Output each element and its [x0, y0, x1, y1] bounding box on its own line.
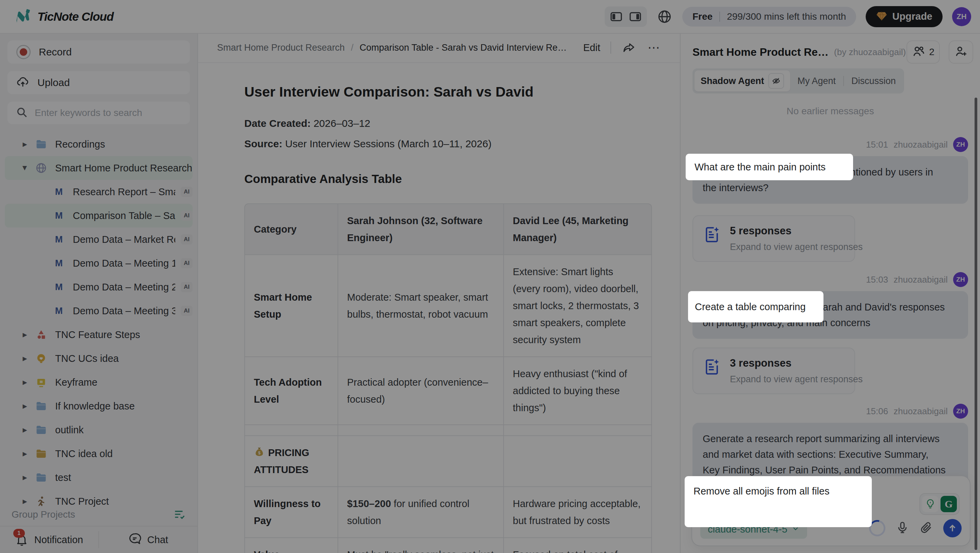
cloud-upload-icon [16, 76, 29, 90]
sidebar-item-keyframe[interactable]: ▶Keyframe [5, 370, 192, 394]
grammarly-widget: G [920, 493, 959, 515]
sidebar-item-tnc-feature-steps[interactable]: ▶TNC Feature Steps [5, 323, 192, 346]
member-count: 2 [929, 47, 934, 57]
caret-right-icon[interactable]: ▶ [21, 450, 29, 458]
table-cell-sarah: Must be "really seamless, not just anoth… [338, 538, 504, 553]
microphone-icon[interactable] [896, 521, 909, 536]
ai-badge: AI [181, 234, 192, 245]
sidebar-item-label: TNC Feature Steps [55, 329, 140, 340]
sidebar-item-smart-home-product-research[interactable]: ▶Smart Home Product Research [5, 156, 192, 180]
table-cell-david: Hardware pricing acceptable, but frustra… [504, 487, 652, 538]
sidebar-item-label: Demo Data – Meeting 1 – U… [73, 258, 175, 269]
language-globe-icon[interactable] [656, 8, 673, 25]
tab-my-agent[interactable]: My Agent [791, 72, 842, 90]
table-header-david-lee-45-marketing-manager: David Lee (45, Marketing Manager) [504, 203, 652, 255]
people-icon [912, 44, 926, 59]
user-avatar[interactable]: ZH [952, 7, 971, 26]
sidebar-item-label: Demo Data – Meeting 3 – In… [73, 305, 175, 317]
caret-right-icon[interactable]: ▶ [21, 474, 29, 481]
doc-sparkle-icon [703, 225, 721, 246]
caret-down-icon[interactable]: ▶ [21, 164, 29, 172]
table-cell-david: Heavy enthusiast ("kind of addicted to b… [504, 357, 652, 425]
caret-right-icon[interactable]: ▶ [21, 331, 29, 338]
money-bag-icon: $ [254, 445, 265, 456]
caret-right-icon[interactable]: ▶ [21, 426, 29, 434]
avatar[interactable]: ZH [953, 137, 968, 152]
send-button[interactable] [943, 519, 962, 537]
sidebar-item-label: Demo Data – Meeting 2 – U… [73, 281, 175, 293]
sidebar-item-if-knowledge-base[interactable]: ▶If knowledge base [5, 394, 192, 418]
sidebar-item-comparison-table-sarah-v[interactable]: MComparison Table – Sarah v…AI [5, 204, 192, 227]
share-icon[interactable] [621, 40, 636, 55]
table-row: Tech Adoption LevelPractical adopter (co… [244, 357, 652, 425]
search-input[interactable] [34, 107, 178, 119]
sidebar-item-label: Keyframe [55, 377, 97, 388]
toggle-left-panel-icon[interactable] [608, 9, 624, 24]
shapes-red-icon [35, 328, 48, 341]
caret-right-icon[interactable]: ▶ [21, 379, 29, 386]
suggestion-bulb-icon[interactable] [922, 496, 939, 512]
ai-badge: AI [181, 282, 192, 292]
invite-button[interactable] [949, 40, 973, 64]
upload-button[interactable]: Upload [8, 71, 190, 94]
sidebar-item-demo-data-market-resea[interactable]: MDemo Data – Market Resea…AI [5, 227, 192, 251]
breadcrumb-parent[interactable]: Smart Home Product Research [217, 43, 345, 53]
sidebar-item-tnc-idea-old[interactable]: ▶TNC idea old [5, 442, 192, 466]
caret-right-icon[interactable]: ▶ [21, 355, 29, 362]
caret-right-icon[interactable]: ▶ [21, 403, 29, 410]
eye-off-icon[interactable] [768, 73, 784, 89]
comparison-table: CategorySarah Johnson (32, Software Engi… [244, 203, 652, 553]
record-button[interactable]: Record [8, 40, 190, 64]
message-author: zhuozaabigail [894, 275, 948, 285]
markdown-icon: M [52, 281, 65, 294]
upgrade-button[interactable]: Upgrade [865, 6, 943, 27]
sidebar-item-label: Comparison Table – Sarah v… [73, 210, 175, 221]
table-row: Willingness to Pay$150–200 for unified c… [244, 487, 652, 538]
record-label: Record [39, 46, 72, 58]
message-time: 15:01 [866, 140, 888, 150]
responses-hint: Expand to view agent responses [730, 242, 862, 253]
toggle-right-panel-icon[interactable] [627, 9, 643, 24]
tab-shadow-agent[interactable]: Shadow Agent [695, 70, 790, 92]
table-row: $PRICING ATTITUDES [244, 436, 652, 487]
sidebar-item-demo-data-meeting-1-u[interactable]: MDemo Data – Meeting 1 – U…AI [5, 251, 192, 275]
more-options-icon[interactable]: ⋯ [646, 40, 662, 55]
sidebar-item-recordings[interactable]: ▶Recordings [5, 132, 192, 156]
sidebar-item-demo-data-meeting-2-u[interactable]: MDemo Data – Meeting 2 – U…AI [5, 275, 192, 299]
table-cell-empty [338, 425, 504, 436]
sidebar-item-label: Recordings [55, 139, 105, 150]
tab-discussion[interactable]: Discussion [845, 72, 902, 90]
caret-right-icon[interactable]: ▶ [21, 141, 29, 148]
breadcrumb-separator: / [351, 43, 353, 53]
members-button[interactable]: 2 [907, 40, 940, 64]
agent-tabs: Shadow Agent My Agent Discussion [692, 68, 904, 94]
agent-responses-card[interactable]: 5 responsesExpand to view agent response… [692, 215, 855, 262]
sidebar-item-label: Smart Home Product Research [55, 162, 192, 174]
document-body: User Interview Comparison: Sarah vs Davi… [198, 63, 681, 553]
chat-bubble-icon [128, 532, 141, 548]
chat-scrollbar[interactable] [975, 98, 977, 550]
task-list-icon[interactable] [173, 508, 186, 521]
avatar[interactable]: ZH [953, 404, 968, 419]
grammarly-icon[interactable]: G [940, 496, 957, 512]
markdown-icon: M [52, 185, 65, 198]
sidebar-item-label: TNC idea old [55, 448, 113, 459]
sidebar-item-test[interactable]: ▶test [5, 466, 192, 489]
sidebar-item-outlink[interactable]: ▶outlink [5, 418, 192, 442]
responses-hint: Expand to view agent responses [730, 374, 862, 385]
group-projects-section[interactable]: Group Projects [0, 503, 197, 526]
edit-button[interactable]: Edit [583, 42, 600, 53]
notification-button[interactable]: 1 Notification [0, 526, 98, 553]
sidebar-item-demo-data-meeting-3-in[interactable]: MDemo Data – Meeting 3 – In…AI [5, 299, 192, 323]
sidebar-item-label: If knowledge base [55, 400, 135, 412]
sidebar-item-tnc-ucs-idea[interactable]: ▶TNC UCs idea [5, 346, 192, 370]
attachment-icon[interactable] [920, 521, 933, 536]
sidebar-footer: 1 Notification Chat [0, 526, 197, 553]
sidebar-item-research-report-smart-h[interactable]: MResearch Report – Smart H…AI [5, 180, 192, 204]
panel-toggles [605, 6, 647, 27]
chat-button[interactable]: Chat [99, 526, 197, 553]
avatar[interactable]: ZH [953, 272, 968, 287]
message-meta: 15:01zhuozaabigailZH [692, 137, 968, 152]
search-box[interactable] [8, 102, 190, 124]
agent-responses-card[interactable]: 3 responsesExpand to view agent response… [692, 348, 855, 394]
